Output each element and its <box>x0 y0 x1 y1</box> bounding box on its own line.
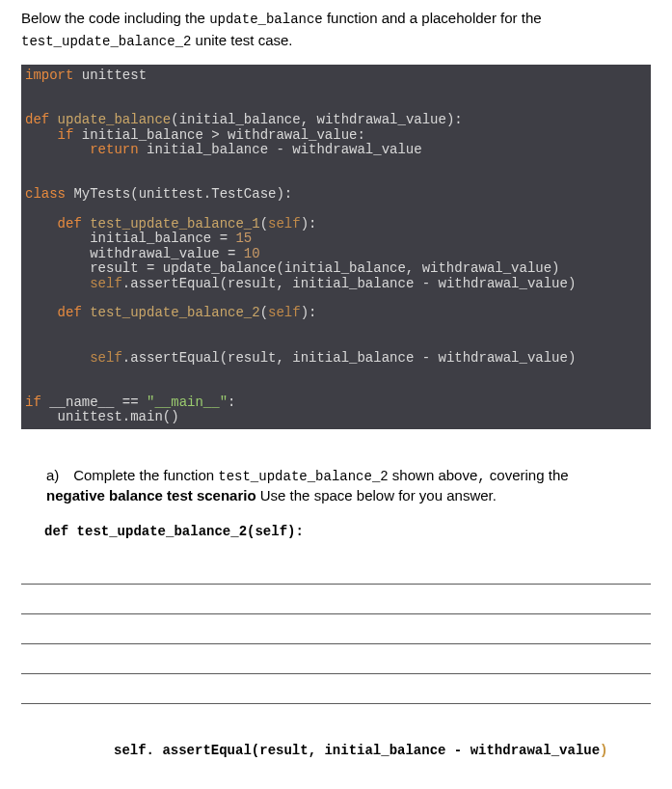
q-comma: , <box>477 469 485 484</box>
test-function-signature: def test_update_balance_2(self): <box>44 524 651 539</box>
answer-line <box>21 555 651 585</box>
final-paren: ) <box>600 743 607 758</box>
q-text-1: Complete the function <box>73 467 218 483</box>
final-text: self. assertEqual(result, initial_balanc… <box>114 743 600 758</box>
answer-line <box>21 585 651 614</box>
intro-code-2: test_update_balance_2 <box>21 34 191 49</box>
question-a: a) Complete the function test_update_bal… <box>21 466 651 506</box>
intro-text-3: unite test case. <box>191 32 292 48</box>
final-assertion: self. assertEqual(result, initial_balanc… <box>21 743 651 758</box>
intro-paragraph: Below the code including the update_bala… <box>21 8 651 51</box>
q-code: test_update_balance_2 <box>218 469 388 484</box>
code-block: import unittest def update_balance(initi… <box>21 65 651 428</box>
q-text-3: covering the <box>486 467 569 483</box>
answer-line <box>21 674 651 704</box>
q-bold: negative balance test scenario <box>46 487 260 503</box>
question-label: a) <box>46 466 69 486</box>
q-text-2: shown above <box>389 467 478 483</box>
q-text-4: Use the space below for you answer. <box>260 487 497 503</box>
answer-line <box>21 644 651 674</box>
intro-text-2: function and a placeholder for the <box>323 10 542 26</box>
answer-line <box>21 614 651 644</box>
intro-text-1: Below the code including the <box>21 10 209 26</box>
intro-code-1: update_balance <box>209 12 323 27</box>
